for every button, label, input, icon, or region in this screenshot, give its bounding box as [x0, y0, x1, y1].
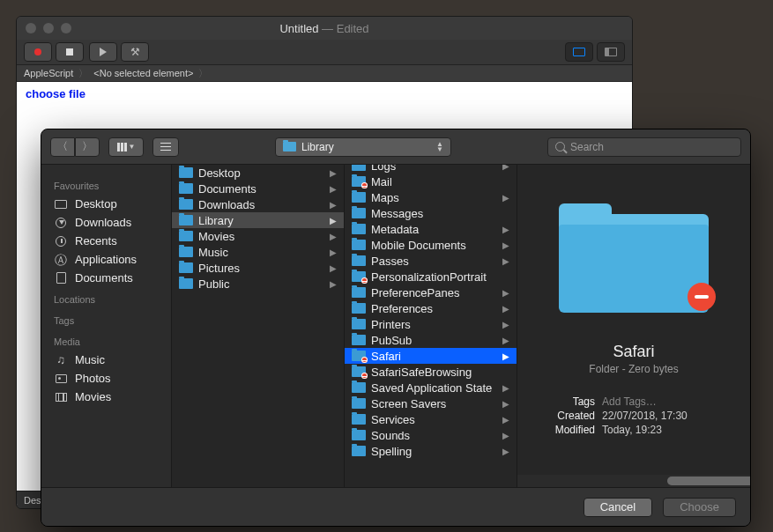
search-input[interactable]: Search: [547, 137, 741, 157]
group-icon: [160, 143, 171, 151]
list-item[interactable]: Movies▶: [172, 228, 344, 244]
list-item[interactable]: Mobile Documents▶: [345, 237, 517, 253]
sidebar-item-recents[interactable]: Recents: [41, 232, 171, 250]
folder-icon: [352, 255, 366, 266]
list-item[interactable]: Messages: [345, 205, 517, 221]
list-item-label: Mail: [371, 175, 392, 188]
folder-icon: [352, 446, 366, 456]
path-popup[interactable]: Library ▲▼: [275, 137, 451, 157]
list-item[interactable]: PersonalizationPortrait: [345, 269, 517, 284]
chevron-down-icon: ▼: [129, 143, 136, 151]
breadcrumb-bar[interactable]: AppleScript 〉 <No selected element> 〉: [17, 64, 632, 82]
add-tags-field[interactable]: Add Tags…: [602, 395, 657, 408]
list-item[interactable]: Mail: [345, 174, 517, 189]
sidebar-header-tags: Tags: [41, 312, 171, 329]
list-item[interactable]: PubSub▶: [345, 332, 517, 348]
folder-icon: [179, 215, 193, 225]
list-item[interactable]: Screen Savers▶: [345, 395, 517, 411]
cancel-button[interactable]: Cancel: [583, 498, 652, 517]
view-toggle-right[interactable]: [597, 42, 625, 62]
sidebar-item-photos[interactable]: Photos: [41, 369, 171, 388]
updown-icon: ▲▼: [436, 142, 443, 152]
list-item[interactable]: Public▶: [172, 276, 344, 292]
sidebar-item-desktop[interactable]: Desktop: [41, 195, 171, 213]
chevron-right-icon: ▶: [502, 240, 509, 250]
record-button[interactable]: [24, 42, 52, 62]
sidebar-item-movies[interactable]: Movies: [41, 388, 171, 406]
chevron-right-icon: ▶: [330, 200, 337, 210]
list-item[interactable]: SafariSafeBrowsing: [345, 364, 517, 380]
list-item[interactable]: Passes▶: [345, 253, 517, 269]
chevron-right-icon: ▶: [502, 288, 509, 298]
list-item-label: Safari: [371, 350, 401, 363]
view-mode-button[interactable]: ▼: [108, 137, 144, 157]
list-item-label: Downloads: [198, 198, 255, 211]
list-item-label: SafariSafeBrowsing: [371, 366, 472, 379]
sidebar-item-downloads[interactable]: Downloads: [41, 213, 171, 232]
list-item-label: Metadata: [371, 223, 419, 236]
list-item-label: Services: [371, 413, 415, 426]
stop-button[interactable]: [56, 42, 84, 62]
choose-button[interactable]: Choose: [663, 498, 736, 517]
folder-icon: [352, 366, 366, 377]
list-item-label: PersonalizationPortrait: [371, 270, 487, 284]
group-button[interactable]: [152, 137, 179, 157]
chevron-right-icon: ▶: [502, 256, 509, 266]
list-item-label: Pictures: [198, 262, 240, 275]
folder-icon: [352, 335, 366, 345]
list-item[interactable]: Saved Application State▶: [345, 380, 517, 395]
chevron-right-icon: ▶: [502, 336, 509, 345]
breadcrumb-separator: 〉: [198, 67, 208, 80]
list-item-label: Screen Savers: [371, 397, 446, 410]
dialog-footer: Cancel Choose: [41, 487, 750, 526]
list-item[interactable]: Desktop▶: [172, 165, 344, 181]
folder-icon: [352, 271, 366, 282]
list-item[interactable]: Printers▶: [345, 316, 517, 332]
list-item[interactable]: Preferences▶: [345, 300, 517, 316]
list-item-label: Library: [198, 214, 234, 227]
column-1[interactable]: Desktop▶Documents▶Downloads▶Library▶Movi…: [172, 165, 345, 487]
list-item[interactable]: Pictures▶: [172, 260, 344, 276]
titlebar[interactable]: Untitled — Edited: [17, 17, 632, 40]
list-item[interactable]: Downloads▶: [172, 196, 344, 212]
view-toggle-left[interactable]: [565, 42, 593, 62]
folder-icon: [352, 303, 366, 314]
sidebar-header-favourites: Favourites: [41, 177, 171, 195]
sidebar-item-music[interactable]: ♫Music: [41, 351, 171, 369]
breadcrumb-selection[interactable]: <No selected element>: [93, 68, 193, 78]
search-icon: [555, 142, 565, 151]
list-item-label: Documents: [198, 182, 256, 196]
breadcrumb-language[interactable]: AppleScript: [24, 68, 73, 78]
back-button[interactable]: 〈: [50, 137, 75, 157]
folder-icon: [352, 176, 366, 187]
folder-icon: [179, 167, 193, 178]
no-access-badge-icon: [688, 283, 716, 311]
list-item-label: Passes: [371, 255, 409, 268]
list-item[interactable]: Spelling▶: [345, 443, 517, 459]
list-item-label: PubSub: [371, 334, 412, 347]
column-2[interactable]: Logs▶MailMaps▶MessagesMetadata▶Mobile Do…: [345, 165, 517, 487]
compile-button[interactable]: ⚒: [121, 42, 149, 62]
sidebar-item-applications[interactable]: ⒶApplications: [41, 250, 171, 269]
list-item[interactable]: Services▶: [345, 411, 517, 427]
list-item[interactable]: PreferencePanes▶: [345, 284, 517, 300]
preview-subtitle: Folder - Zero bytes: [589, 363, 678, 375]
list-item[interactable]: Music▶: [172, 244, 344, 260]
list-item[interactable]: Logs▶: [345, 165, 517, 174]
sidebar-item-documents[interactable]: Documents: [41, 269, 171, 287]
preview-title: Safari: [613, 343, 654, 361]
list-item[interactable]: Documents▶: [172, 181, 344, 196]
folder-icon: [352, 351, 366, 361]
forward-button[interactable]: 〉: [75, 137, 100, 157]
run-button[interactable]: [89, 42, 117, 62]
list-item[interactable]: Library▶: [172, 212, 344, 228]
list-item[interactable]: Sounds▶: [345, 427, 517, 443]
breadcrumb-separator: 〉: [78, 67, 88, 80]
list-item[interactable]: Safari▶: [345, 348, 517, 364]
list-item[interactable]: Maps▶: [345, 189, 517, 205]
chevron-right-icon: ▶: [330, 263, 337, 273]
folder-icon: [179, 247, 193, 257]
list-item[interactable]: Metadata▶: [345, 221, 517, 237]
horizontal-scrollbar[interactable]: [517, 475, 750, 487]
folder-icon: [352, 208, 366, 218]
